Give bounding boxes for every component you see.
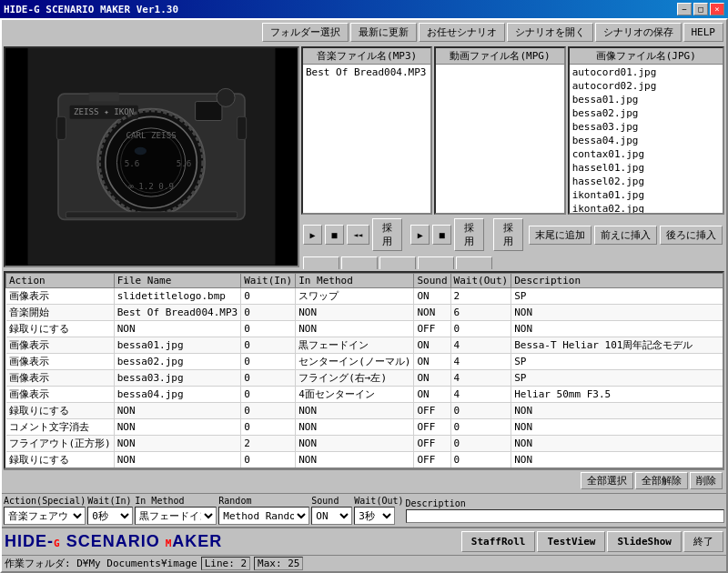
jpg-file-item[interactable]: hassel02.jpg (571, 175, 722, 188)
before-insert-button[interactable]: 前えに挿入 (594, 226, 657, 245)
update-button[interactable]: 最新に更新 (350, 23, 417, 42)
table-cell-sound: ON (414, 369, 450, 386)
table-cell-desc: SP (511, 287, 723, 304)
jpg-file-item[interactable]: autocord02.jpg (571, 79, 722, 93)
close-button[interactable]: × (710, 3, 724, 15)
folder-select-button[interactable]: フォルダー選択 (262, 23, 349, 42)
jpg-file-item[interactable]: ikonta02.jpg (571, 202, 722, 213)
table-cell-action: 録取りにする (6, 451, 115, 467)
table-row[interactable]: 音楽開始Best Of Bread004.MP30NONNON6NON (6, 304, 723, 320)
gray-btn-1[interactable] (303, 256, 339, 269)
maximize-button[interactable]: □ (693, 3, 708, 15)
jpg-list-header: 画像ファイル名(JPG) (570, 48, 723, 65)
stop-button[interactable]: ■ (325, 225, 344, 245)
table-cell-in_method: NON (296, 320, 414, 337)
jpg-file-item[interactable]: bessa01.jpg (571, 93, 722, 106)
table-cell-wait_in: 0 (241, 451, 296, 467)
jpg-file-item[interactable]: ikonta01.jpg (571, 188, 722, 202)
col-wait-in: Wait(In) (241, 273, 296, 287)
delete-button[interactable]: 削除 (690, 472, 723, 489)
scenario-table: Action File Name Wait(In) In Method Soun… (5, 273, 723, 468)
jpg-file-item[interactable]: contax01.jpg (571, 147, 722, 161)
table-cell-sound: ON (414, 353, 450, 369)
wait-out-select[interactable]: 3秒 (354, 507, 395, 525)
right-panel: 音楽ファイル名(MP3) Best Of Bread004.MP3 動画ファイル… (301, 46, 724, 267)
table-cell-file: bessa01.jpg (114, 337, 240, 353)
jpg-file-item[interactable]: bessa03.jpg (571, 120, 722, 134)
table-row[interactable]: 録取りにするNON0NONOFF0NON (6, 402, 723, 418)
table-cell-wait_out: 0 (450, 320, 511, 337)
table-cell-file: NON (114, 402, 240, 418)
play-button2[interactable]: ▶ (410, 225, 430, 245)
table-cell-wait_out: 0 (450, 418, 511, 435)
wait-in-select[interactable]: 0秒 (87, 507, 133, 525)
table-cell-in_method: NON (296, 418, 414, 435)
table-row[interactable]: 録取りにするNON0NONOFF0NON (6, 320, 723, 337)
table-cell-wait_in: 0 (241, 304, 296, 320)
table-header: Action File Name Wait(In) In Method Soun… (6, 273, 723, 287)
rewind-button[interactable]: ◄◄ (347, 225, 369, 245)
table-row[interactable]: 録取りにするNON0NONOFF0NON (6, 451, 723, 467)
testview-button[interactable]: TestView (537, 531, 605, 552)
action-special-label: Action(Special) (4, 496, 86, 506)
after-insert-button[interactable]: 後ろに挿入 (660, 226, 723, 245)
app-title: HIDE-G SCENARIO MAKER (5, 532, 222, 551)
mp3-list-panel: 音楽ファイル名(MP3) Best Of Bread004.MP3 (301, 46, 432, 215)
select-all-button[interactable]: 全部選択 (581, 472, 633, 489)
mp3-list-content[interactable]: Best Of Bread004.MP3 (303, 65, 430, 213)
table-cell-in_method: 4面センターイン (296, 386, 414, 402)
table-row[interactable]: フライアウト(正方形)NON2NONOFF0NON (6, 435, 723, 451)
table-row[interactable]: 画像表示bessa02.jpg0センターイン(ノーマル)ON4SP (6, 353, 723, 369)
table-row[interactable]: 画像表示slidetitlelogo.bmp0スワップON2SP (6, 287, 723, 304)
wait-in-label: Wait(In) (87, 496, 133, 506)
table-cell-action: 画像表示 (6, 386, 115, 402)
method-select[interactable]: 黒フェードイン (135, 507, 217, 525)
gray-btn-5[interactable] (456, 256, 492, 269)
camera-image: ZEISS ✦ IKON CARL ZEISS 5.6 5.6 ∞ 1.2 0.… (5, 48, 298, 266)
exit-button[interactable]: 終了 (683, 531, 723, 552)
deselect-all-button[interactable]: 全部解除 (635, 472, 688, 489)
table-cell-file: NON (114, 435, 240, 451)
gray-btn-3[interactable] (379, 256, 416, 269)
jpg-list-panel: 画像ファイル名(JPG) autocord01.jpgautocord02.jp… (568, 46, 724, 215)
action-special-select[interactable]: 音楽フェアウト (4, 507, 86, 525)
jpg-file-item[interactable]: bessa02.jpg (571, 106, 722, 120)
save-button[interactable]: シナリオの保存 (595, 23, 682, 42)
table-scroll[interactable]: Action File Name Wait(In) In Method Soun… (5, 273, 723, 468)
recommend-button[interactable]: お任せシナリオ (419, 23, 505, 42)
random-label: Random (218, 496, 309, 506)
table-row[interactable]: 画像表示bessa01.jpg0黒フェードインON4Bessa-T Heliar… (6, 337, 723, 353)
table-row[interactable]: 画像表示bessa03.jpg0フライング(右→左)ON4SP (6, 369, 723, 386)
description-input[interactable] (406, 509, 725, 523)
table-cell-action: コメント文字消去 (6, 418, 115, 435)
table-cell-action: 画像表示 (6, 353, 115, 369)
end-insert-button[interactable]: 末尾に追加 (529, 226, 592, 245)
random-select[interactable]: Method Random (218, 507, 309, 525)
sound-select[interactable]: ON (311, 507, 352, 525)
table-cell-wait_in: 0 (241, 353, 296, 369)
help-button[interactable]: HELP (683, 23, 724, 42)
sound-label: Sound (311, 496, 352, 506)
stop-button2[interactable]: ■ (432, 225, 451, 245)
table-cell-desc: NON (511, 402, 723, 418)
adopt-button2[interactable]: 採用 (454, 218, 484, 251)
jpg-file-item[interactable]: hassel01.jpg (571, 161, 722, 175)
mp3-file-item[interactable]: Best Of Bread004.MP3 (304, 65, 430, 79)
open-button[interactable]: シナリオを開く (507, 23, 593, 42)
gray-btn-2[interactable] (341, 256, 378, 269)
minimize-button[interactable]: − (677, 3, 692, 15)
mpg-list-content[interactable] (436, 65, 563, 213)
slideshow-button[interactable]: SlideShow (607, 531, 682, 552)
jpg-list-content[interactable]: autocord01.jpgautocord02.jpgbessa01.jpgb… (570, 65, 723, 213)
table-row[interactable]: 画像表示bessa04.jpg04面センターインON4Heliar 50mm F… (6, 386, 723, 402)
table-row[interactable]: コメント文字消去NON0NONOFF0NON (6, 418, 723, 435)
jpg-file-item[interactable]: bessa04.jpg (571, 134, 722, 147)
jpg-file-item[interactable]: autocord01.jpg (571, 65, 722, 79)
table-cell-in_method: フライング(右→左) (296, 369, 414, 386)
play-button[interactable]: ▶ (303, 225, 322, 245)
scenario-table-area: Action File Name Wait(In) In Method Soun… (4, 271, 724, 470)
adopt-button3[interactable]: 採用 (493, 218, 523, 251)
gray-btn-4[interactable] (418, 256, 454, 269)
adopt-button1[interactable]: 採用 (372, 218, 402, 251)
staffroll-button[interactable]: StaffRoll (461, 531, 536, 552)
